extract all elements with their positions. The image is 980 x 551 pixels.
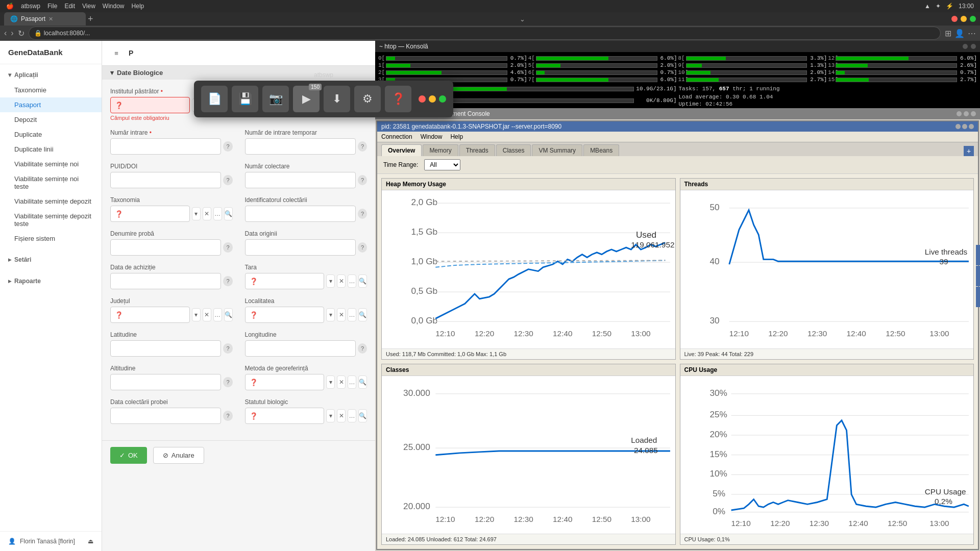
- help-btn-lat[interactable]: ?: [223, 343, 232, 354]
- ok-button[interactable]: ✓ OK: [110, 447, 147, 464]
- metoda-search[interactable]: 🔍: [358, 375, 367, 389]
- statut-clear[interactable]: ✕: [337, 409, 346, 422]
- htop-min[interactable]: [963, 44, 968, 49]
- altitudine-input[interactable]: [110, 374, 221, 390]
- data-originii-input[interactable]: [245, 239, 356, 256]
- tara-clear[interactable]: ✕: [337, 274, 346, 288]
- traffic-yellow[interactable]: [429, 95, 436, 103]
- profile-icon[interactable]: 👤: [954, 29, 965, 38]
- help-btn-colectare[interactable]: ?: [358, 175, 367, 185]
- longitudine-input[interactable]: [245, 340, 356, 357]
- numar-colectare-input[interactable]: [245, 172, 356, 188]
- jvm-inner-max[interactable]: [962, 124, 967, 129]
- jvm-tab-classes[interactable]: Classes: [496, 144, 531, 156]
- judetul-chevron[interactable]: ▾: [192, 308, 201, 321]
- numar-intrare-input[interactable]: [110, 138, 221, 155]
- localitatea-more[interactable]: …: [348, 308, 356, 321]
- logout-icon[interactable]: ⏏: [88, 538, 93, 545]
- statut-chevron[interactable]: ▾: [326, 409, 335, 422]
- sidebar-item-viabilitate-noi[interactable]: Viabilitate semințe noi: [0, 157, 102, 171]
- taxonomia-search[interactable]: 🔍: [224, 207, 233, 220]
- jvm-menu-connection[interactable]: Connection: [381, 133, 412, 140]
- float-btn-play[interactable]: ▶ 150: [293, 86, 320, 112]
- jvm-tab-threads[interactable]: Threads: [459, 144, 495, 156]
- side-tab-3[interactable]: [976, 287, 980, 307]
- back-button[interactable]: ‹: [4, 29, 7, 38]
- metoda-clear[interactable]: ✕: [337, 375, 346, 389]
- help-btn-identificatorul[interactable]: ?: [358, 209, 367, 219]
- sidebar-item-taxonomie[interactable]: Taxonomie: [0, 83, 102, 97]
- help-btn-achizitie[interactable]: ?: [223, 276, 232, 286]
- sidebar-group-rapoarte[interactable]: ▸ Rapoarte: [0, 273, 102, 289]
- side-tab-1[interactable]: [976, 245, 980, 265]
- jvm-inner-close[interactable]: [969, 124, 974, 129]
- sidebar-group-aplicatii[interactable]: ▾ Aplicații: [0, 67, 102, 83]
- toolbar-menu-btn[interactable]: ≡: [108, 45, 125, 61]
- statut-biologic-input[interactable]: ❓: [245, 408, 325, 424]
- jvm-tab-overview[interactable]: Overview: [381, 144, 422, 156]
- sidebar-item-fisiere[interactable]: Fișiere sistem: [0, 231, 102, 246]
- time-range-select[interactable]: All 1 hour 30 min 10 min: [424, 159, 460, 170]
- window-maximize[interactable]: [961, 16, 967, 22]
- judetul-more[interactable]: …: [213, 308, 222, 321]
- sidebar-item-viabilitate-depozit[interactable]: Viabilitate semințe depozit: [0, 194, 102, 209]
- judetul-clear[interactable]: ✕: [203, 308, 211, 321]
- latitudine-input[interactable]: [110, 340, 221, 357]
- numar-temporar-input[interactable]: [245, 138, 356, 155]
- metoda-georef-input[interactable]: ❓: [245, 374, 325, 390]
- sidebar-item-depozit[interactable]: Depozit: [0, 112, 102, 127]
- jvm-tab-mbeans[interactable]: MBeans: [583, 144, 619, 156]
- taxonomia-more[interactable]: …: [213, 207, 222, 220]
- localitatea-search[interactable]: 🔍: [358, 308, 367, 321]
- tara-chevron[interactable]: ▾: [326, 274, 335, 288]
- float-btn-new[interactable]: 📄: [201, 86, 228, 112]
- float-btn-help[interactable]: ❓: [385, 86, 411, 112]
- menu-edit[interactable]: Edit: [64, 3, 75, 10]
- new-tab-button[interactable]: +: [88, 14, 93, 24]
- refresh-button[interactable]: ↻: [18, 29, 24, 38]
- help-btn-puid[interactable]: ?: [223, 175, 232, 185]
- menu-help[interactable]: Help: [132, 3, 144, 10]
- judetul-search[interactable]: 🔍: [224, 308, 233, 321]
- float-btn-save[interactable]: 💾: [232, 86, 258, 112]
- traffic-red[interactable]: [419, 95, 426, 103]
- window-close[interactable]: [970, 16, 976, 22]
- data-achizitie-input[interactable]: [110, 273, 221, 289]
- side-tab-2[interactable]: [976, 266, 980, 286]
- help-btn-data-originii[interactable]: ?: [358, 242, 367, 253]
- settings-icon[interactable]: ⋯: [968, 29, 976, 38]
- jvm-menu-window[interactable]: Window: [421, 133, 443, 140]
- denumire-proba-input[interactable]: [110, 239, 221, 256]
- institut-input[interactable]: ❓: [110, 97, 190, 113]
- metoda-chevron[interactable]: ▾: [326, 375, 335, 389]
- jvm-inner-min[interactable]: [955, 124, 961, 129]
- float-btn-settings[interactable]: ⚙: [354, 86, 381, 112]
- localitatea-clear[interactable]: ✕: [337, 308, 346, 321]
- tab-close-button[interactable]: ✕: [48, 16, 53, 22]
- jvm-tab-memory[interactable]: Memory: [423, 144, 458, 156]
- help-btn-numar[interactable]: ?: [223, 141, 232, 152]
- metoda-more[interactable]: …: [348, 375, 356, 389]
- statut-more[interactable]: …: [348, 409, 356, 422]
- judetul-input[interactable]: ❓: [110, 307, 190, 323]
- apple-icon[interactable]: 🍎: [6, 3, 14, 10]
- sidebar-item-viabilitate-noi-teste[interactable]: Viabilitate semințe noi teste: [0, 171, 102, 194]
- jvm-tab-vm-summary[interactable]: VM Summary: [532, 144, 582, 156]
- tab-dropdown-icon[interactable]: ⌄: [520, 15, 525, 23]
- float-btn-download[interactable]: ⬇: [324, 86, 350, 112]
- extensions-icon[interactable]: ⊞: [945, 29, 951, 38]
- menu-window[interactable]: Window: [103, 3, 125, 10]
- tara-more[interactable]: …: [348, 274, 356, 288]
- jvm-win-max[interactable]: [964, 111, 969, 116]
- menu-file[interactable]: File: [47, 3, 57, 10]
- taxonomia-clear[interactable]: ✕: [203, 207, 211, 220]
- statut-search[interactable]: 🔍: [358, 409, 367, 422]
- help-btn-lon[interactable]: ?: [358, 343, 367, 354]
- sidebar-item-duplicate[interactable]: Duplicate: [0, 127, 102, 142]
- browser-tab-pasaport[interactable]: 🌐 Pasaport ✕: [4, 12, 86, 26]
- jvm-win-close[interactable]: [971, 111, 976, 116]
- forward-button[interactable]: ›: [11, 29, 13, 38]
- help-btn-denumire[interactable]: ?: [223, 242, 232, 253]
- window-minimize[interactable]: [951, 16, 958, 22]
- address-bar[interactable]: 🔒 localhost:8080/...: [29, 27, 941, 40]
